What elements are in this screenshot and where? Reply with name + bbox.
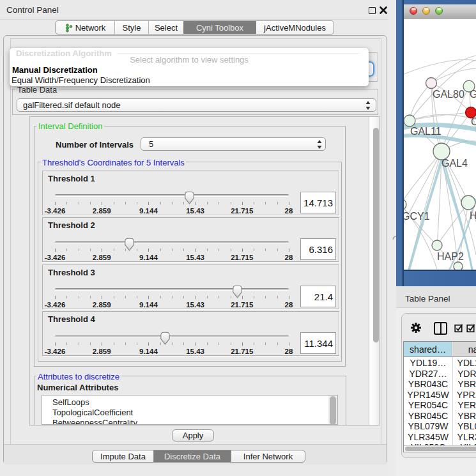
svg-text:GA: GA — [470, 89, 476, 100]
svg-text:C: C — [471, 116, 476, 127]
svg-text:H: H — [470, 210, 476, 221]
svg-text:HAP2: HAP2 — [437, 251, 464, 262]
svg-text:GAL4: GAL4 — [441, 158, 468, 169]
svg-text:GCY1: GCY1 — [404, 211, 430, 222]
svg-text:GAL80: GAL80 — [433, 89, 464, 100]
svg-text:GAL11: GAL11 — [410, 126, 441, 137]
